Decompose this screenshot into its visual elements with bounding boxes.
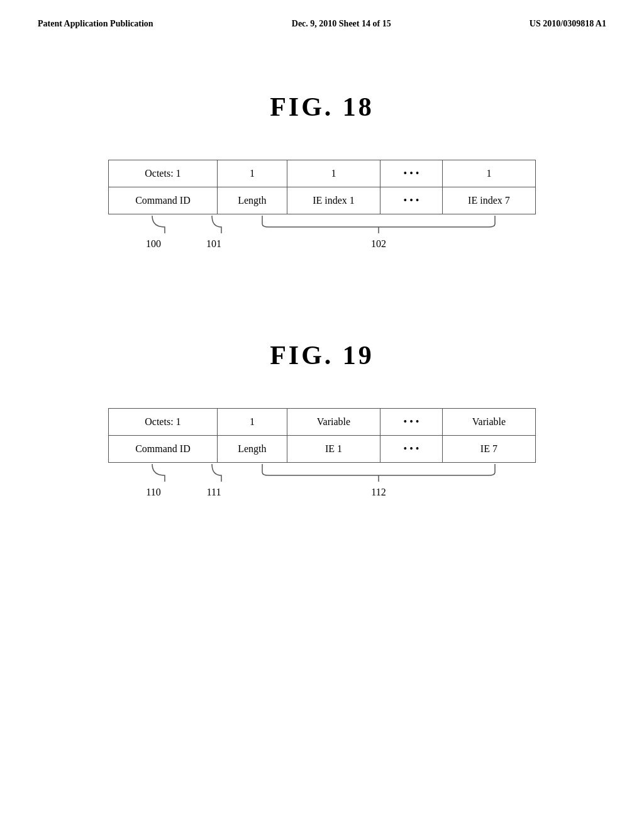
svg-text:112: 112 [371,487,386,497]
fig18-annotation-svg: 100 101 102 [108,214,536,252]
svg-text:111: 111 [207,487,221,497]
fig18-table: Octets: 1 1 1 • • • 1 Command ID Length … [108,160,536,214]
svg-text:100: 100 [146,238,161,249]
fig19-r2c4: • • • [380,436,443,463]
fig19-r1c5: Variable [442,409,535,436]
header-left: Patent Application Publication [38,19,153,29]
fig18-r2c1: Command ID [109,187,218,214]
fig19-table: Octets: 1 1 Variable • • • Variable Comm… [108,408,536,463]
fig19-r1c4: • • • [380,409,443,436]
fig19-r2c5: IE 7 [442,436,535,463]
fig18-title: FIG. 18 [270,92,374,122]
header-middle: Dec. 9, 2010 Sheet 14 of 15 [292,19,391,29]
fig19-r2c1: Command ID [109,436,218,463]
fig18-r2c4: • • • [380,187,443,214]
fig19-row1: Octets: 1 1 Variable • • • Variable [109,409,536,436]
fig19-r1c2: 1 [217,409,287,436]
fig18-r1c1: Octets: 1 [109,160,218,187]
fig18-r2c2: Length [217,187,287,214]
svg-text:110: 110 [146,487,160,497]
fig19-r1c3: Variable [287,409,380,436]
fig18-r1c5: 1 [442,160,535,187]
fig19-title: FIG. 19 [270,340,374,370]
fig18-row1: Octets: 1 1 1 • • • 1 [109,160,536,187]
fig18-r1c4: • • • [380,160,443,187]
svg-text:101: 101 [206,238,221,249]
fig18-r2c5: IE index 7 [442,187,535,214]
header-right: US 2010/0309818 A1 [530,19,606,29]
fig19-r1c1: Octets: 1 [109,409,218,436]
fig19-row2: Command ID Length IE 1 • • • IE 7 [109,436,536,463]
page-header: Patent Application Publication Dec. 9, 2… [0,0,644,29]
fig18-annotations: 100 101 102 [108,214,536,252]
fig18-table-wrapper: Octets: 1 1 1 • • • 1 Command ID Length … [108,160,536,252]
fig19-r2c2: Length [217,436,287,463]
fig18-section: FIG. 18 Octets: 1 1 1 • • • 1 Command ID… [0,67,644,252]
svg-text:102: 102 [371,238,386,249]
fig19-annotations: 110 111 112 [108,463,536,501]
fig18-r1c3: 1 [287,160,380,187]
fig18-row2: Command ID Length IE index 1 • • • IE in… [109,187,536,214]
fig18-r2c3: IE index 1 [287,187,380,214]
fig19-r2c3: IE 1 [287,436,380,463]
fig19-table-wrapper: Octets: 1 1 Variable • • • Variable Comm… [108,408,536,501]
fig19-annotation-svg: 110 111 112 [108,463,536,501]
fig19-section: FIG. 19 Octets: 1 1 Variable • • • Varia… [0,315,644,501]
fig18-r1c2: 1 [217,160,287,187]
